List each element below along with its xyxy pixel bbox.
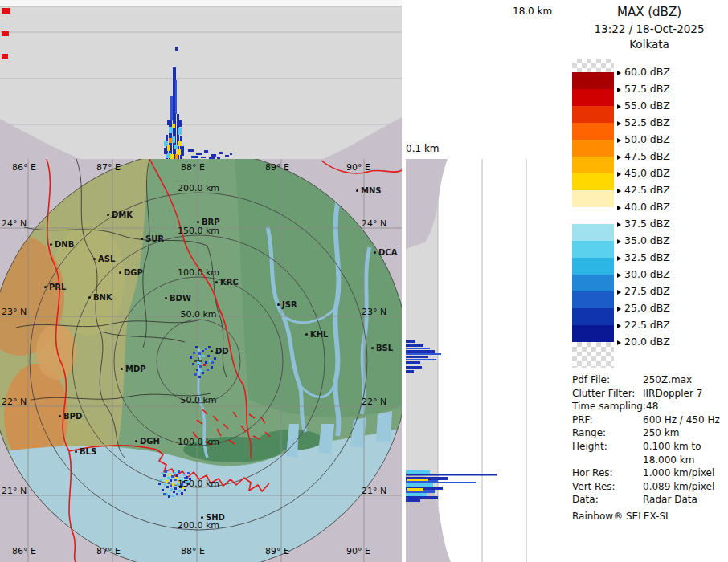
echo-side-projection-sea — [406, 470, 497, 502]
legend-tick-label-7: 42.5 dBZ — [617, 184, 670, 197]
legend-tick-label-1: 57.5 dBZ — [617, 83, 670, 96]
info-value-5: 0.100 km to — [643, 441, 701, 452]
legend-tick-label-4: 50.0 dBZ — [617, 133, 670, 146]
radar-map-panel: MNSDMKBRPSURDNBDCAASLDGPKRCPRLBNKBDWJSRK… — [0, 159, 402, 562]
info-row-6: 18.000 km — [571, 454, 728, 467]
info-row-1: Clutter Filter:IIRDoppler 7 — [571, 388, 728, 401]
out-of-range-shadow-top — [406, 159, 448, 249]
legend-tick-label-9: 37.5 dBZ — [617, 218, 670, 230]
top-projection-canvas — [0, 0, 402, 159]
side-projection-canvas — [406, 159, 562, 562]
colorbar-cell-4 — [572, 140, 614, 157]
info-row-5: Height:0.100 km to — [571, 441, 728, 454]
legend-tick-label-13: 27.5 dBZ — [617, 285, 670, 298]
legend-panel: MAX (dBZ) 13:22 / 18-Oct-2025 Kolkata 60… — [571, 0, 728, 562]
colorbar-cell-7 — [572, 190, 614, 207]
side-projection-panel — [406, 159, 562, 562]
legend-datetime: 13:22 / 18-Oct-2025 — [571, 22, 728, 35]
info-label-5: Height: — [572, 441, 607, 452]
info-label-3: PRF: — [572, 414, 593, 426]
top-projection-panel — [0, 0, 402, 159]
colorbar-cell-14 — [572, 308, 614, 325]
info-label-7: Hor Res: — [572, 467, 613, 479]
legend-tick-label-15: 22.5 dBZ — [617, 319, 670, 332]
colorbar-cell-5 — [572, 157, 614, 173]
info-label-9: Data: — [572, 494, 599, 505]
info-row-4: Range:250 km — [571, 427, 728, 440]
colorbar-cell-6 — [572, 173, 614, 190]
info-value-8: 0.089 km/pixel — [643, 481, 714, 492]
info-value-6: 18.000 km — [643, 454, 694, 466]
colorbar-cell-8 — [572, 207, 614, 224]
info-row-9: Data:Radar Data — [571, 494, 728, 507]
legend-tick-label-16: 20.0 dBZ — [617, 336, 670, 348]
colorbar-cell-2 — [572, 106, 614, 123]
legend-tick-label-5: 47.5 dBZ — [617, 150, 670, 163]
radar-display-screenshot: { "axes": { "max_height": "18.0 km", "mi… — [0, 0, 728, 562]
radar-map-canvas — [0, 159, 402, 562]
top-panel-background — [0, 0, 402, 159]
info-row-3: PRF:600 Hz / 450 Hz — [571, 414, 728, 427]
colorbar-cell-12 — [572, 275, 614, 291]
info-label-1: Clutter Filter: — [572, 388, 635, 399]
info-row-7: Hor Res:1.000 km/pixel — [571, 467, 728, 480]
legend-tick-label-2: 55.0 dBZ — [617, 100, 670, 112]
height-axis-min-label: 0.1 km — [406, 143, 440, 154]
info-row-2: Time sampling:48 — [571, 401, 728, 413]
legend-site: Kolkata — [571, 38, 728, 51]
colorbar-cell-10 — [572, 241, 614, 258]
info-value-9: Radar Data — [643, 494, 697, 505]
legend-title: MAX (dBZ) — [571, 5, 728, 19]
legend-tick-label-6: 45.0 dBZ — [617, 167, 670, 180]
colorbar-cell-15 — [572, 325, 614, 342]
colorbar-cell-13 — [572, 291, 614, 308]
info-row-8: Vert Res:0.089 km/pixel — [571, 481, 728, 494]
info-label-0: Pdf File: — [572, 374, 610, 385]
info-value-3: 600 Hz / 450 Hz — [643, 414, 720, 426]
info-label-8: Vert Res: — [572, 481, 616, 492]
info-label-4: Range: — [572, 427, 606, 438]
legend-tick-label-11: 32.5 dBZ — [617, 251, 670, 264]
info-value-1: IIRDoppler 7 — [643, 388, 702, 399]
colorbar-checker-top — [572, 59, 614, 72]
info-label-2: Time sampling:48 — [572, 401, 658, 412]
legend-tick-label-3: 52.5 dBZ — [617, 116, 670, 129]
info-value-0: 250Z.max — [643, 374, 692, 385]
info-row-0: Pdf File:250Z.max — [571, 374, 728, 387]
legend-brand: Rainbow® SELEX-SI — [572, 511, 669, 522]
info-value-4: 250 km — [643, 427, 679, 438]
legend-tick-label-0: 60.0 dBZ — [617, 66, 670, 79]
colorbar-cell-9 — [572, 224, 614, 241]
colorbar-cell-3 — [572, 123, 614, 140]
height-gridlines-side — [438, 159, 526, 562]
legend-tick-label-10: 35.0 dBZ — [617, 234, 670, 247]
legend-tick-label-12: 30.0 dBZ — [617, 268, 670, 281]
colorbar-cell-11 — [572, 258, 614, 275]
height-axis-max-label: 18.0 km — [513, 6, 552, 17]
legend-tick-label-8: 40.0 dBZ — [617, 201, 670, 214]
colorbar-cell-0 — [572, 72, 614, 89]
colorbar-checker-bottom — [572, 342, 614, 368]
legend-tick-label-14: 25.0 dBZ — [617, 302, 670, 315]
colorbar-cell-1 — [572, 89, 614, 106]
info-value-7: 1.000 km/pixel — [643, 467, 714, 479]
